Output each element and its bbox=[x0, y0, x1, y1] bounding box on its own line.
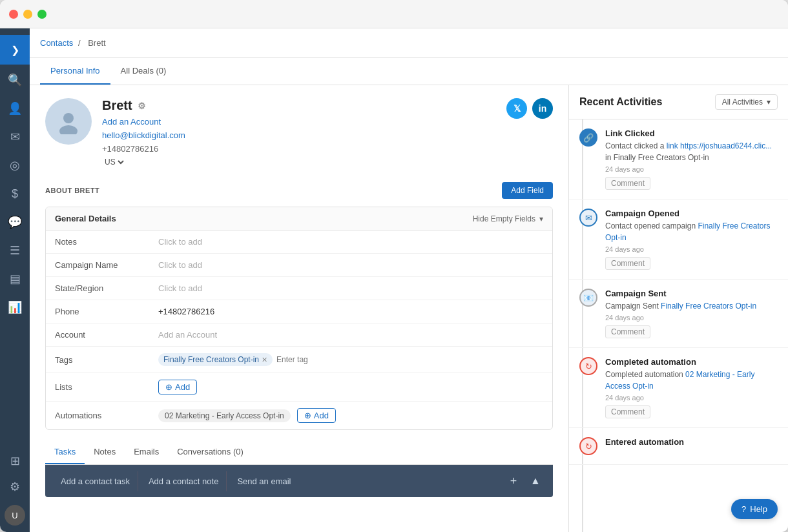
twitter-icon: 𝕏 bbox=[513, 103, 521, 114]
add-account-link[interactable]: Add an Account bbox=[102, 117, 161, 127]
help-button[interactable]: ? Help bbox=[731, 499, 778, 519]
close-button[interactable] bbox=[9, 10, 18, 19]
comment-button-0[interactable]: Comment bbox=[605, 177, 650, 190]
activity-item-campaign-sent: 📧 Campaign Sent Campaign Sent Finally Fr… bbox=[569, 280, 788, 348]
contact-info: Brett ⚙ Add an Account hello@blickdigita… bbox=[102, 98, 506, 169]
tab-personal-info[interactable]: Personal Info bbox=[40, 58, 110, 85]
sidebar-item-mail[interactable]: ✉ bbox=[2, 124, 28, 150]
action-bar-plus-button[interactable]: + bbox=[504, 471, 523, 491]
contact-settings-icon[interactable]: ⚙ bbox=[138, 101, 146, 111]
field-notes-value[interactable]: Click to add bbox=[158, 237, 543, 247]
add-task-link[interactable]: Add a contact task bbox=[53, 471, 138, 491]
tag-item: Finally Free Creators Opt-in ✕ bbox=[158, 353, 273, 366]
breadcrumb-current: Brett bbox=[88, 38, 105, 48]
sidebar-item-contacts[interactable]: 👤 bbox=[2, 96, 28, 121]
tab-tasks[interactable]: Tasks bbox=[45, 440, 85, 464]
contact-phone: +14802786216 bbox=[102, 144, 158, 154]
activity-desc-text-1: Contact opened campaign bbox=[605, 221, 698, 230]
activity-desc-url[interactable]: https://joshuaad6244.clic... bbox=[680, 141, 772, 150]
tag-input[interactable] bbox=[276, 355, 341, 364]
tab-notes[interactable]: Notes bbox=[85, 440, 125, 464]
sidebar-item-pages[interactable]: ⊞ bbox=[2, 448, 28, 474]
contact-email[interactable]: hello@blickdigital.com bbox=[102, 130, 185, 140]
activity-body-campaign-opened: Campaign Opened Contact opened campaign … bbox=[605, 209, 778, 270]
activity-body-campaign-sent: Campaign Sent Campaign Sent Finally Free… bbox=[605, 289, 778, 338]
activity-title-campaign-sent: Campaign Sent bbox=[605, 289, 778, 298]
field-campaign-row: Campaign Name Click to add bbox=[46, 254, 552, 277]
activity-body-link-clicked: Link Clicked Contact clicked a link http… bbox=[605, 128, 778, 190]
action-bar-collapse-button[interactable]: ▲ bbox=[526, 471, 545, 491]
activity-time-2: 24 days ago bbox=[605, 314, 778, 322]
about-section: ABOUT BRETT Add Field General Details Hi… bbox=[45, 182, 553, 430]
activity-title-campaign-opened: Campaign Opened bbox=[605, 209, 778, 218]
country-select[interactable]: US bbox=[102, 157, 126, 167]
activities-list: 🔗 Link Clicked Contact clicked a link ht… bbox=[569, 119, 788, 532]
linkedin-icon: in bbox=[539, 103, 546, 114]
tab-emails[interactable]: Emails bbox=[125, 440, 168, 464]
comment-button-3[interactable]: Comment bbox=[605, 405, 650, 418]
sidebar-item-chat[interactable]: 💬 bbox=[2, 209, 28, 235]
sidebar-item-settings[interactable]: ⚙ bbox=[2, 474, 28, 500]
field-account-value[interactable]: Add an Account bbox=[158, 330, 543, 340]
tab-conversations[interactable]: Conversations (0) bbox=[168, 440, 253, 464]
bottom-tabs: Tasks Notes Emails Conversations (0) Add… bbox=[45, 440, 553, 497]
maximize-button[interactable] bbox=[37, 10, 47, 19]
add-note-link[interactable]: Add a contact note bbox=[141, 471, 227, 491]
activity-title-entered-auto: Entered automation bbox=[605, 437, 778, 447]
main-content: Contacts / Brett Personal Info All Deals… bbox=[30, 28, 788, 532]
svg-point-1 bbox=[59, 125, 78, 134]
activity-desc-link[interactable]: link bbox=[667, 141, 678, 150]
twitter-button[interactable]: 𝕏 bbox=[506, 98, 527, 119]
sidebar-item-search[interactable]: 🔍 bbox=[2, 67, 28, 93]
sidebar-item-list[interactable]: ☰ bbox=[2, 238, 28, 263]
about-header: ABOUT BRETT Add Field bbox=[45, 182, 553, 199]
activity-desc-link-2[interactable]: Finally Free Creators Opt-in bbox=[661, 302, 756, 311]
contacts-icon: 👤 bbox=[8, 101, 22, 116]
sidebar-item-dollar[interactable]: $ bbox=[2, 181, 28, 207]
comment-button-2[interactable]: Comment bbox=[605, 325, 650, 338]
sidebar-item-chart[interactable]: 📊 bbox=[2, 294, 28, 320]
breadcrumb-root[interactable]: Contacts bbox=[40, 38, 73, 48]
minimize-button[interactable] bbox=[23, 10, 32, 19]
field-account-row: Account Add an Account bbox=[46, 323, 552, 347]
mail-icon: ✉ bbox=[10, 130, 20, 144]
tag-text: Finally Free Creators Opt-in bbox=[163, 355, 259, 364]
field-campaign-label: Campaign Name bbox=[55, 260, 158, 270]
sidebar-item-form[interactable]: ▤ bbox=[2, 266, 28, 292]
plus-icon: ⊕ bbox=[165, 382, 172, 392]
field-phone-value[interactable]: +14802786216 bbox=[158, 307, 543, 316]
sidebar-collapse-button[interactable]: ❯ bbox=[0, 35, 30, 65]
automation-row: 02 Marketing - Early Access Opt-in ⊕ Add bbox=[158, 408, 543, 423]
activity-desc-campaign-sent: Campaign Sent Finally Free Creators Opt-… bbox=[605, 300, 778, 312]
activity-desc-campaign-opened: Contact opened campaign Finally Free Cre… bbox=[605, 220, 778, 243]
contact-name-row: Brett ⚙ bbox=[102, 98, 506, 113]
activities-filter-dropdown[interactable]: All Activities ▾ bbox=[715, 94, 778, 110]
activity-time-3: 24 days ago bbox=[605, 394, 778, 402]
lists-row: ⊕ Add bbox=[158, 380, 543, 394]
contact-header: Brett ⚙ Add an Account hello@blickdigita… bbox=[45, 98, 553, 169]
right-panel-header: Recent Activities All Activities ▾ bbox=[569, 85, 788, 119]
main-tabs-bar: Personal Info All Deals (0) bbox=[30, 58, 788, 85]
pages-icon: ⊞ bbox=[10, 454, 20, 468]
add-list-button[interactable]: ⊕ Add bbox=[158, 380, 197, 394]
field-phone-row: Phone +14802786216 bbox=[46, 300, 552, 323]
sidebar-item-target[interactable]: ◎ bbox=[2, 152, 28, 178]
comment-button-1[interactable]: Comment bbox=[605, 257, 650, 270]
activity-title-completed-auto: Completed automation bbox=[605, 357, 778, 367]
send-email-link[interactable]: Send an email bbox=[229, 471, 298, 491]
hide-empty-button[interactable]: Hide Empty Fields ▾ bbox=[473, 214, 543, 223]
chat-icon: 💬 bbox=[8, 215, 22, 229]
field-campaign-value[interactable]: Click to add bbox=[158, 260, 543, 270]
contact-panel: Brett ⚙ Add an Account hello@blickdigita… bbox=[30, 85, 568, 532]
user-avatar[interactable]: U bbox=[5, 505, 25, 526]
linkedin-button[interactable]: in bbox=[532, 98, 553, 119]
chevron-down-icon: ▾ bbox=[767, 97, 771, 107]
add-list-label: Add bbox=[175, 382, 190, 392]
add-field-button[interactable]: Add Field bbox=[502, 182, 553, 199]
tab-all-deals[interactable]: All Deals (0) bbox=[110, 58, 177, 85]
activity-icon-email: ✉ bbox=[579, 209, 597, 227]
field-state-value[interactable]: Click to add bbox=[158, 283, 543, 293]
contact-meta: Add an Account hello@blickdigital.com +1… bbox=[102, 116, 506, 169]
tag-remove-icon[interactable]: ✕ bbox=[262, 356, 267, 364]
add-automation-button[interactable]: ⊕ Add bbox=[297, 408, 336, 423]
